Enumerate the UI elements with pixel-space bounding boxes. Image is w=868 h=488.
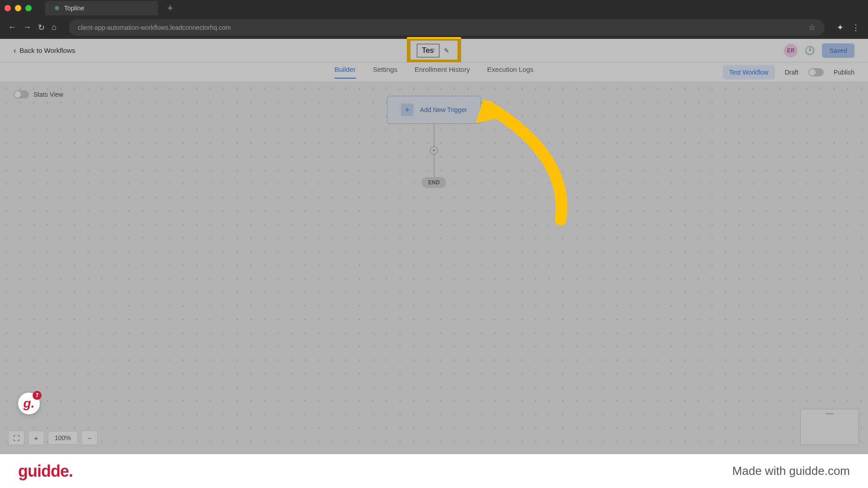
zoom-level-display: 100% (48, 431, 78, 445)
chevron-left-icon: ‹ (14, 47, 16, 55)
tab-favicon-icon (54, 5, 60, 11)
browser-menu-icon[interactable]: ⋮ (852, 23, 860, 33)
stats-view-control: Stats View (14, 90, 63, 99)
history-icon[interactable]: 🕐 (805, 46, 815, 56)
workflow-nodes: + Add New Trigger + END (387, 96, 481, 188)
nav-home-button[interactable]: ⌂ (52, 23, 57, 32)
tab-builder[interactable]: Builder (335, 66, 356, 79)
stats-view-label: Stats View (33, 91, 63, 98)
url-text: client-app-automation-workflows.leadconn… (78, 24, 231, 31)
footer-bar: guidde. Made with guidde.com (0, 454, 868, 488)
browser-chrome: Topline + ← → ↻ ⌂ client-app-automation-… (0, 0, 868, 39)
back-to-workflows-link[interactable]: ‹ Back to Workflows (14, 47, 75, 55)
guidde-badge-count: 7 (33, 391, 42, 400)
end-node: END (422, 177, 446, 188)
app-header: ‹ Back to Workflows ✎ ER 🕐 Saved (0, 39, 868, 62)
bookmark-icon[interactable]: ☆ (808, 23, 816, 33)
window-close-icon[interactable] (5, 5, 11, 11)
tab-title: Topline (64, 5, 84, 12)
title-editor: ✎ (417, 44, 451, 57)
extensions-icon[interactable]: ✦ (837, 23, 844, 33)
workflow-title-input[interactable] (417, 44, 439, 57)
browser-actions: ✦ ⋮ (837, 23, 860, 33)
publish-toggle[interactable] (808, 68, 824, 76)
app-container: ‹ Back to Workflows ✎ ER 🕐 Saved Builder… (0, 39, 868, 454)
footer-attribution: Made with guidde.com (732, 464, 850, 478)
minimap[interactable] (800, 409, 859, 445)
guidde-logo-icon: g. (24, 396, 35, 411)
pencil-icon[interactable]: ✎ (442, 45, 451, 56)
connector-line (434, 155, 434, 177)
browser-tab[interactable]: Topline (45, 1, 158, 15)
window-maximize-icon[interactable] (25, 5, 32, 11)
tab-bar: Topline + (0, 0, 868, 16)
nav-back-button[interactable]: ← (8, 23, 16, 32)
header-title-wrap: ✎ (417, 44, 451, 57)
tab-settings[interactable]: Settings (373, 66, 397, 79)
plus-icon: + (401, 103, 414, 116)
guidde-footer-logo: guidde. (18, 462, 73, 481)
nav-forward-button[interactable]: → (23, 23, 31, 32)
draft-label: Draft (785, 69, 798, 76)
tabs-center: Builder Settings Enrollment History Exec… (335, 66, 533, 79)
tab-execution-logs[interactable]: Execution Logs (487, 66, 533, 79)
zoom-in-button[interactable]: + (28, 431, 44, 445)
window-minimize-icon[interactable] (15, 5, 21, 11)
add-trigger-button[interactable]: + Add New Trigger (387, 96, 481, 124)
guidde-badge-circle: g. 7 (18, 393, 40, 414)
add-step-button[interactable]: + (430, 146, 438, 155)
tab-right-controls: Test Workflow Draft Publish (723, 65, 854, 80)
zoom-controls: ⛶ + 100% − (8, 431, 98, 445)
fit-screen-button[interactable]: ⛶ (8, 431, 24, 445)
publish-label: Publish (834, 69, 854, 76)
tab-enrollment-history[interactable]: Enrollment History (415, 66, 470, 79)
header-right: ER 🕐 Saved (784, 43, 854, 58)
add-trigger-label: Add New Trigger (420, 106, 467, 113)
new-tab-button[interactable]: + (167, 2, 173, 14)
zoom-out-button[interactable]: − (81, 431, 98, 445)
address-bar[interactable]: client-app-automation-workflows.leadconn… (69, 19, 825, 36)
nav-reload-button[interactable]: ↻ (38, 23, 45, 33)
back-label: Back to Workflows (19, 47, 75, 54)
test-workflow-button[interactable]: Test Workflow (723, 65, 775, 80)
guidde-badge[interactable]: g. 7 (18, 393, 40, 414)
window-controls (5, 5, 32, 11)
saved-button[interactable]: Saved (822, 43, 854, 58)
user-avatar[interactable]: ER (784, 44, 797, 57)
svg-point-0 (55, 6, 59, 10)
nav-bar: ← → ↻ ⌂ client-app-automation-workflows.… (0, 16, 868, 39)
tab-navigation: Builder Settings Enrollment History Exec… (0, 62, 868, 82)
stats-view-toggle[interactable] (14, 90, 29, 99)
workflow-canvas[interactable]: Stats View + Add New Trigger + END ⛶ + 1… (0, 82, 868, 454)
connector-line (434, 124, 434, 146)
